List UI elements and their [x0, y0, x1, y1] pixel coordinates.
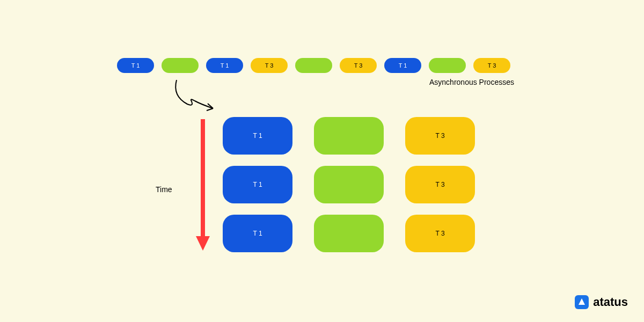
- process-block: T 3: [405, 117, 475, 155]
- grid-row: T 1 T 3: [223, 117, 475, 155]
- process-pill: [162, 58, 199, 73]
- process-pill: [295, 58, 332, 73]
- process-block: [314, 166, 384, 203]
- process-block: T 1: [223, 117, 292, 155]
- curvy-arrow-icon: [171, 77, 225, 120]
- process-pill: T 3: [340, 58, 377, 73]
- process-pill: [429, 58, 466, 73]
- process-pill: T 1: [384, 58, 421, 73]
- brand-logo: atatus: [575, 295, 628, 309]
- brand-icon: [575, 295, 589, 309]
- process-pill: T 1: [206, 58, 243, 73]
- process-grid: T 1 T 3 T 1 T 3 T 1 T 3: [223, 117, 475, 252]
- process-block: [314, 215, 384, 252]
- process-block: [314, 117, 384, 155]
- process-block: T 3: [405, 166, 475, 203]
- time-label: Time: [156, 185, 172, 194]
- process-block: T 1: [223, 166, 292, 203]
- grid-row: T 1 T 3: [223, 215, 475, 252]
- process-pill: T 3: [473, 58, 510, 73]
- grid-row: T 1 T 3: [223, 166, 475, 203]
- process-pill: T 1: [117, 58, 154, 73]
- brand-text: atatus: [593, 295, 628, 309]
- time-arrow-icon: [195, 119, 211, 253]
- process-pill: T 3: [251, 58, 288, 73]
- async-process-row: T 1 T 1 T 3 T 3 T 1 T 3: [117, 58, 510, 73]
- caption-async: Asynchronous Processes: [429, 78, 514, 86]
- process-block: T 3: [405, 215, 475, 252]
- process-block: T 1: [223, 215, 292, 252]
